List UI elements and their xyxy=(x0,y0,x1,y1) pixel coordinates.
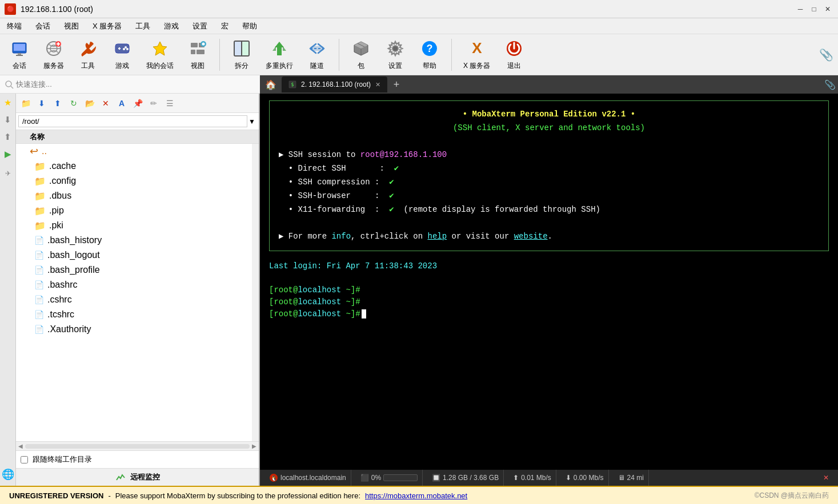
website-link[interactable]: website xyxy=(514,232,548,241)
toolbar-help-button[interactable]: ? 帮助 xyxy=(415,36,444,73)
quick-connect-bar xyxy=(0,75,260,94)
list-item[interactable]: 📁 .cache xyxy=(16,159,252,174)
linux-icon: 🐧 xyxy=(269,473,278,482)
svg-text:?: ? xyxy=(427,43,433,54)
list-item[interactable]: 📄 .cshrc xyxy=(16,292,252,307)
sidebar-download-btn[interactable]: ⬇ xyxy=(34,96,49,111)
ssh-browser-check: ✔ xyxy=(389,191,394,200)
horizontal-scrollbar[interactable]: ◀ ▶ xyxy=(16,441,259,450)
nav-up-icon: ↩ xyxy=(30,145,38,158)
path-dropdown[interactable]: ▼ xyxy=(247,116,256,127)
remote-monitor-button[interactable]: 远程监控 xyxy=(16,468,259,486)
left-icon-strip: ★ ⬇ ⬆ ▶ ✈ 🌐 xyxy=(0,94,16,486)
toolbar-multiexec-button[interactable]: 多重执行 xyxy=(261,36,298,73)
svg-rect-17 xyxy=(191,43,198,47)
toolbar-tunnel-button[interactable]: 隧道 xyxy=(302,36,332,73)
sidebar-icon3[interactable]: ▶ xyxy=(1,147,15,161)
sidebar-text-btn[interactable]: A xyxy=(114,96,129,111)
sidebar-folder-icon[interactable]: 📁 xyxy=(18,96,33,111)
menu-games[interactable]: 游戏 xyxy=(162,20,181,33)
mobatek-link[interactable]: https://mobaxterm.mobatek.net xyxy=(365,491,467,500)
list-item[interactable]: ↩ .. xyxy=(16,144,252,159)
file-icon: 📄 xyxy=(34,310,44,319)
list-item[interactable]: 📄 .bash_history xyxy=(16,233,252,248)
last-login-text: Last login: Fri Apr 7 11:38:43 2023 xyxy=(269,261,437,271)
menu-xserver[interactable]: X 服务器 xyxy=(90,20,124,33)
tab-close-icon[interactable]: ✕ xyxy=(375,81,380,88)
menu-settings[interactable]: 设置 xyxy=(190,20,210,33)
sidebar-delete-btn[interactable]: ✕ xyxy=(98,96,113,111)
paperclip-icon[interactable]: 📎 xyxy=(819,48,833,62)
file-tree: ↩ .. 📁 .cache 📁 .config xyxy=(16,144,252,441)
attachment-icon[interactable]: 📎 xyxy=(824,79,836,90)
sidebar-icon1[interactable]: ⬇ xyxy=(1,113,15,127)
menu-tools[interactable]: 工具 xyxy=(133,20,153,33)
menu-terminal[interactable]: 终端 xyxy=(5,20,24,33)
list-item[interactable]: 📁 .pip xyxy=(16,203,252,218)
bottom-bar-message: Please support MobaXterm by subscribing … xyxy=(115,491,360,500)
toolbar-server-button[interactable]: 服务器 xyxy=(39,36,69,73)
prompt-rest-2: ~]# xyxy=(341,297,360,307)
list-item[interactable]: 📄 .bash_profile xyxy=(16,263,252,277)
toolbar-tools-button[interactable]: 工具 xyxy=(73,36,103,73)
toolbar-split-button[interactable]: 拆分 xyxy=(227,36,256,73)
sidebar-pin-btn[interactable]: 📌 xyxy=(130,96,145,111)
menu-session[interactable]: 会话 xyxy=(33,20,53,33)
status-close[interactable]: ✕ xyxy=(819,470,833,486)
minimize-button[interactable]: ─ xyxy=(795,3,806,15)
cpu-text: 0% xyxy=(371,474,381,482)
folder-icon: 📁 xyxy=(34,220,46,231)
sidebar-refresh-btn[interactable]: ↻ xyxy=(66,96,81,111)
list-item[interactable]: 📄 .bash_logout xyxy=(16,248,252,263)
help-link[interactable]: help xyxy=(427,232,447,241)
tab-session[interactable]: $ 2. 192.168.1.100 (root) ✕ xyxy=(282,76,387,92)
bottom-bar: UNREGISTERED VERSION - Please support Mo… xyxy=(0,486,838,504)
terminal-content[interactable]: • MobaXterm Personal Edition v22.1 • (SS… xyxy=(260,94,838,470)
svg-point-22 xyxy=(202,43,205,46)
list-item[interactable]: 📄 .tcshrc xyxy=(16,307,252,322)
sidebar-icon2[interactable]: ⬆ xyxy=(1,130,15,144)
globe-icon[interactable]: 🌐 xyxy=(1,467,15,481)
menu-macro[interactable]: 宏 xyxy=(219,20,231,33)
svg-line-37 xyxy=(11,86,13,88)
toolbar-help-label: 帮助 xyxy=(423,61,436,71)
star-sidebar-icon[interactable]: ★ xyxy=(1,96,15,110)
list-item[interactable]: 📄 .bashrc xyxy=(16,277,252,292)
toolbar-session-button[interactable]: 会话 xyxy=(5,36,34,73)
restore-button[interactable]: □ xyxy=(808,3,820,15)
sidebar-icon4[interactable]: ✈ xyxy=(1,167,15,180)
list-item[interactable]: 📁 .pki xyxy=(16,218,252,233)
list-item[interactable]: 📁 .dbus xyxy=(16,188,252,203)
close-status-icon[interactable]: ✕ xyxy=(823,474,829,482)
status-download: ⬇ 0.00 Mb/s xyxy=(561,470,609,486)
sidebar-upload-btn[interactable]: ⬆ xyxy=(50,96,65,111)
x11-text: (remote display is forwarded through SSH… xyxy=(394,205,600,214)
quick-connect-input[interactable] xyxy=(16,80,255,88)
server-icon xyxy=(43,38,64,59)
column-name-header: 名称 xyxy=(21,132,45,142)
toolbar-package-button[interactable]: 包 xyxy=(346,36,376,73)
follow-terminal-checkbox[interactable] xyxy=(21,456,28,463)
toolbar-exit-button[interactable]: 退出 xyxy=(499,36,529,73)
vertical-scrollbar[interactable] xyxy=(252,144,259,441)
sidebar-more-btn[interactable]: ☰ xyxy=(162,96,177,111)
path-input[interactable] xyxy=(18,115,247,127)
list-item[interactable]: 📁 .config xyxy=(16,174,252,188)
sidebar-newfolder-btn[interactable]: 📂 xyxy=(82,96,97,111)
toolbar-xserver-button[interactable]: X X 服务器 xyxy=(459,36,495,73)
tab-add-button[interactable]: + xyxy=(390,78,403,91)
prompt-user-1: [root@ xyxy=(269,285,298,295)
home-tab-icon[interactable]: 🏠 xyxy=(262,76,279,93)
close-button[interactable]: ✕ xyxy=(822,3,833,15)
sidebar-edit-btn[interactable]: ✏ xyxy=(146,96,161,111)
toolbar-exit-label: 退出 xyxy=(507,61,521,71)
toolbar-games-button[interactable]: 游戏 xyxy=(107,36,137,73)
prompt-host-3: localhost xyxy=(298,309,341,318)
menu-help[interactable]: 帮助 xyxy=(240,20,259,33)
svg-rect-25 xyxy=(235,42,241,55)
toolbar-mysessions-button[interactable]: 我的会话 xyxy=(142,36,178,73)
toolbar-view-button[interactable]: 视图 xyxy=(183,36,212,73)
menu-view[interactable]: 视图 xyxy=(62,20,81,33)
toolbar-settings-button[interactable]: 设置 xyxy=(380,36,410,73)
list-item[interactable]: 📄 .Xauthority xyxy=(16,322,252,337)
